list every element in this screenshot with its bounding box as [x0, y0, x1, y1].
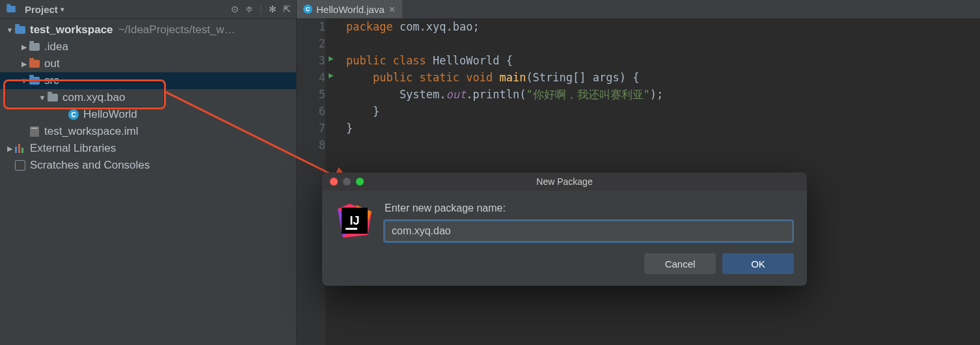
- package-name-input[interactable]: [385, 221, 793, 242]
- expand-arrow-icon[interactable]: ▼: [38, 94, 47, 102]
- out-folder-icon: [29, 58, 40, 70]
- project-tree: ▼ test_workspace ~/IdeaProjects/test_w… …: [0, 19, 296, 174]
- root-path: ~/IdeaProjects/test_w…: [118, 23, 236, 36]
- item-label: External Libraries: [30, 142, 116, 155]
- run-gutter-icon[interactable]: ▶: [328, 72, 334, 78]
- expand-arrow-icon[interactable]: ▶: [20, 43, 29, 51]
- line-num: 4: [297, 69, 325, 86]
- line-num: 8: [297, 137, 325, 154]
- tree-item-scratches[interactable]: Scratches and Consoles: [0, 157, 296, 174]
- expand-arrow-icon[interactable]: ▼: [5, 26, 14, 34]
- editor-tab[interactable]: C HelloWorld.java ✕: [297, 0, 402, 18]
- expand-arrow-icon[interactable]: ▼: [20, 77, 29, 85]
- tree-item-class[interactable]: C HelloWorld: [0, 106, 296, 123]
- close-tab-icon[interactable]: ✕: [388, 5, 396, 14]
- class-icon: C: [303, 5, 312, 14]
- dialog-title: New Package: [322, 176, 807, 187]
- folder-icon: [29, 41, 40, 53]
- expand-arrow-icon[interactable]: ▶: [5, 145, 14, 153]
- tree-item-package[interactable]: ▼ com.xyq.bao: [0, 89, 296, 106]
- tree-root[interactable]: ▼ test_workspace ~/IdeaProjects/test_w…: [0, 21, 296, 38]
- tree-item-iml[interactable]: test_workspace.iml: [0, 123, 296, 140]
- item-label: test_workspace.iml: [44, 125, 139, 138]
- src-folder-icon: [29, 75, 40, 87]
- root-name: test_workspace: [30, 23, 113, 36]
- hide-icon[interactable]: ⇱: [283, 4, 291, 14]
- dialog-prompt: Enter new package name:: [385, 202, 793, 214]
- gear-icon[interactable]: ✻: [269, 4, 277, 14]
- tab-filename: HelloWorld.java: [316, 4, 385, 15]
- line-num: 7: [297, 120, 325, 137]
- library-icon: [14, 143, 26, 154]
- tree-item-libraries[interactable]: ▶ External Libraries: [0, 140, 296, 157]
- item-label: out: [44, 57, 60, 70]
- class-icon: C: [68, 109, 79, 120]
- panel-title[interactable]: Project: [25, 4, 58, 15]
- tree-item-out[interactable]: ▶ out: [0, 55, 296, 72]
- expand-icon[interactable]: ≑: [245, 4, 253, 14]
- sidebar-header: Project ▾ ⊙ ≑ | ✻ ⇱: [0, 0, 296, 19]
- collapse-icon[interactable]: ⊙: [231, 4, 239, 14]
- intellij-icon: IJ: [336, 202, 373, 239]
- dialog-titlebar[interactable]: New Package: [322, 172, 807, 191]
- expand-arrow-icon[interactable]: ▶: [20, 60, 29, 68]
- divider: |: [260, 4, 262, 14]
- project-view-icon: [5, 3, 17, 15]
- scratch-icon: [14, 159, 26, 171]
- item-label: .idea: [44, 40, 68, 53]
- line-num: 1: [297, 18, 325, 35]
- cancel-button[interactable]: Cancel: [644, 253, 716, 274]
- package-icon: [47, 92, 59, 104]
- run-gutter-icon[interactable]: ▶: [328, 55, 334, 61]
- line-num: 6: [297, 103, 325, 120]
- project-sidebar: Project ▾ ⊙ ≑ | ✻ ⇱ ▼ test_workspace ~/I…: [0, 0, 297, 345]
- new-package-dialog: New Package IJ Enter new package name: C…: [322, 172, 807, 286]
- tree-item-idea[interactable]: ▶ .idea: [0, 38, 296, 55]
- line-num: 2: [297, 35, 325, 52]
- ok-button[interactable]: OK: [722, 253, 794, 274]
- line-num: 3: [297, 52, 325, 69]
- iml-file-icon: [29, 126, 40, 137]
- panel-dropdown-icon[interactable]: ▾: [61, 5, 64, 14]
- item-label: Scratches and Consoles: [30, 159, 150, 172]
- editor-tabbar: C HelloWorld.java ✕: [297, 0, 980, 19]
- item-label: src: [44, 74, 59, 87]
- item-label: HelloWorld: [83, 108, 137, 121]
- item-label: com.xyq.bao: [62, 91, 125, 104]
- line-num: 5: [297, 86, 325, 103]
- module-folder-icon: [14, 24, 26, 36]
- tree-item-src[interactable]: ▼ src: [0, 72, 296, 89]
